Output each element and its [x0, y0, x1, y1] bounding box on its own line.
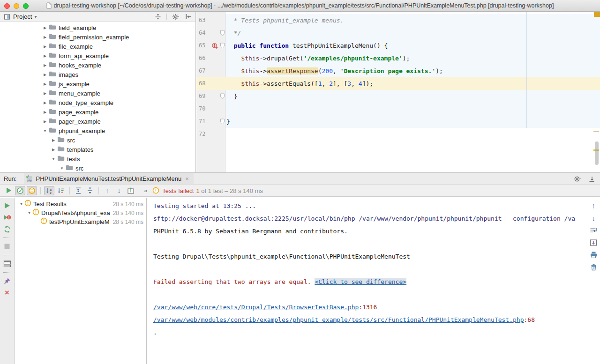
project-tree-item[interactable]: ▼tests — [0, 154, 195, 163]
editor-scrollbar[interactable] — [595, 141, 599, 165]
project-tree-item[interactable]: ▶form_api_example — [0, 51, 195, 60]
collapsed-arrow-icon[interactable]: ▶ — [42, 63, 48, 67]
minimize-panel-icon[interactable] — [588, 176, 595, 183]
rerun-button[interactable] — [3, 201, 11, 210]
project-tree-item[interactable]: ▼phpunit_example — [0, 126, 195, 135]
show-ignored-toggle[interactable] — [27, 186, 37, 195]
fold-marker-icon[interactable] — [220, 93, 225, 99]
toggle-auto-test-button[interactable] — [3, 225, 11, 233]
code-line[interactable]: 66 $this->drupalGet('/examples/phpunit-e… — [196, 52, 600, 65]
print-button[interactable] — [590, 251, 598, 259]
collapse-all-icon[interactable] — [154, 13, 162, 21]
run-button[interactable] — [3, 186, 14, 195]
close-run-panel-button[interactable]: × — [3, 289, 11, 297]
project-tree-item[interactable]: ▶images — [0, 70, 195, 79]
fold-marker-icon[interactable] — [220, 43, 225, 49]
code-line[interactable]: 64 */ — [196, 27, 600, 39]
console-link[interactable]: <Click to see difference> — [315, 278, 406, 285]
test-failed-gutter-icon[interactable] — [211, 43, 219, 49]
project-tree-item[interactable]: ▶pager_example — [0, 117, 195, 126]
code-line[interactable]: 69 } — [196, 90, 600, 103]
rerun-failed-tests-button[interactable] — [3, 213, 11, 222]
sort-by-duration-toggle[interactable] — [56, 186, 66, 195]
restore-layout-button[interactable] — [3, 260, 11, 268]
test-tree-item[interactable]: ▼Drupal\Tests\phpunit_exa28 s 140 ms — [15, 208, 146, 217]
code-line[interactable]: 68 $this->assertEquals([1, 2], [3, 4]); — [196, 77, 600, 90]
project-tree-item[interactable]: ▶field_example — [0, 23, 195, 32]
expand-all-button[interactable] — [73, 186, 83, 195]
code-text[interactable]: $this->assertEquals([1, 2], [3, 4]); — [225, 77, 600, 90]
test-tree-item[interactable]: testPhpUnitExampleM28 s 140 ms — [15, 217, 146, 226]
code-text[interactable]: * Tests phpunit_example menus. — [225, 14, 600, 27]
project-tree-item[interactable]: ▶js_example — [0, 79, 195, 89]
previous-failed-test-button[interactable]: ↑ — [102, 186, 112, 195]
project-tree-item[interactable]: ▶templates — [0, 145, 195, 154]
test-tree-item[interactable]: ▼Test Results28 s 140 ms — [15, 200, 146, 208]
editor[interactable]: 63 * Tests phpunit_example menus.64 */65… — [196, 12, 600, 172]
project-tree-item[interactable]: ▶node_type_example — [0, 98, 195, 107]
code-text[interactable]: $this->drupalGet('/examples/phpunit-exam… — [225, 52, 600, 65]
project-tree-item[interactable]: ▼src — [0, 163, 195, 172]
project-tree-item[interactable]: ▶page_example — [0, 107, 195, 117]
collapsed-arrow-icon[interactable]: ▶ — [42, 119, 48, 124]
stop-button[interactable] — [3, 242, 11, 251]
code-text[interactable] — [225, 128, 600, 141]
chevron-down-icon[interactable]: ▾ — [34, 14, 37, 19]
collapsed-arrow-icon[interactable]: ▶ — [51, 148, 56, 152]
navigate-up-button[interactable]: ↑ — [592, 201, 596, 209]
expanded-arrow-icon[interactable]: ▼ — [42, 129, 48, 133]
show-passed-toggle[interactable] — [15, 186, 25, 195]
code-line[interactable]: 71} — [196, 115, 600, 128]
collapse-all-button[interactable] — [85, 186, 95, 195]
expanded-arrow-icon[interactable]: ▼ — [59, 166, 65, 171]
collapsed-arrow-icon[interactable]: ▶ — [42, 91, 48, 96]
inspection-status-indicator[interactable] — [594, 12, 600, 17]
soft-wrap-button[interactable] — [590, 227, 598, 234]
project-tree-item[interactable]: ▶file_example — [0, 42, 195, 51]
collapsed-arrow-icon[interactable]: ▶ — [42, 45, 48, 49]
console-link[interactable]: /var/www/web/modules/contrib/examples/ph… — [153, 316, 524, 323]
project-header-title[interactable]: Project — [13, 13, 32, 20]
collapsed-arrow-icon[interactable]: ▶ — [51, 138, 56, 142]
fold-marker-icon[interactable] — [220, 30, 225, 36]
clear-all-trash-icon[interactable] — [590, 263, 597, 271]
error-stripe-mark[interactable] — [593, 131, 599, 132]
navigate-down-button[interactable]: ↓ — [592, 214, 596, 222]
pin-tab-button[interactable] — [3, 277, 11, 285]
code-text[interactable] — [225, 103, 600, 115]
next-failed-test-button[interactable]: ↓ — [114, 186, 124, 195]
collapsed-arrow-icon[interactable]: ▶ — [42, 82, 48, 86]
code-line[interactable]: 70 — [196, 103, 600, 115]
export-test-results-button[interactable] — [126, 186, 136, 195]
collapsed-arrow-icon[interactable]: ▶ — [42, 35, 48, 39]
project-tree-item[interactable]: ▶hooks_example — [0, 60, 195, 70]
console-output[interactable]: ↑ ↓ Testing started at 13:25 ...sftp://d… — [147, 198, 600, 364]
gear-icon[interactable] — [573, 175, 582, 183]
code-line[interactable]: 65 public function testPhpUnitExampleMen… — [196, 39, 600, 52]
project-tree-item[interactable]: ▶field_permission_example — [0, 32, 195, 42]
more-actions-chevron[interactable]: » — [144, 187, 147, 194]
collapsed-arrow-icon[interactable]: ▶ — [42, 110, 48, 114]
sort-alphabetically-toggle[interactable]: az — [44, 186, 54, 195]
zoom-window-button[interactable] — [23, 3, 29, 9]
collapsed-arrow-icon[interactable]: ▶ — [42, 54, 48, 58]
code-line[interactable]: 63 * Tests phpunit_example menus. — [196, 14, 600, 27]
close-window-button[interactable] — [4, 3, 10, 9]
close-tab-icon[interactable]: × — [185, 175, 189, 182]
project-tree-item[interactable]: ▶menu_example — [0, 89, 195, 98]
expanded-arrow-icon[interactable]: ▼ — [18, 202, 24, 206]
code-line[interactable]: 72 — [196, 128, 600, 141]
collapsed-arrow-icon[interactable]: ▶ — [42, 73, 48, 77]
code-text[interactable]: $this->assertResponse(200, 'Description … — [225, 65, 600, 77]
run-tab[interactable]: php PHPUnitExampleMenuTest.testPhpUnitEx… — [24, 173, 193, 184]
collapsed-arrow-icon[interactable]: ▶ — [42, 101, 48, 105]
collapsed-arrow-icon[interactable]: ▶ — [42, 26, 48, 30]
code-line[interactable]: 67 $this->assertResponse(200, 'Descripti… — [196, 65, 600, 77]
hide-panel-icon[interactable] — [185, 13, 192, 20]
console-link[interactable]: /var/www/web/core/tests/Drupal/Tests/Bro… — [153, 304, 359, 311]
project-tree-item[interactable]: ▶src — [0, 135, 195, 145]
gear-icon[interactable] — [172, 13, 180, 21]
expanded-arrow-icon[interactable]: ▼ — [51, 157, 56, 161]
minimize-window-button[interactable] — [14, 3, 19, 9]
code-text[interactable]: } — [225, 90, 600, 103]
